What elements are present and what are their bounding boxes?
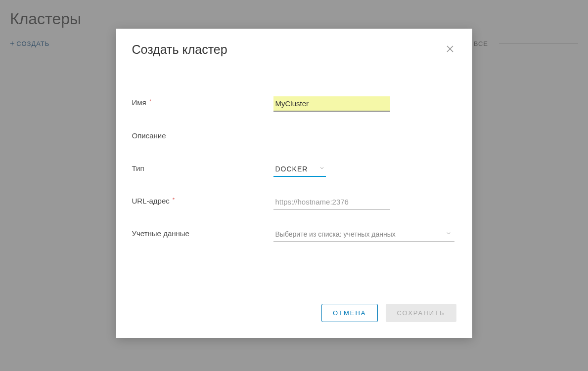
cancel-button[interactable]: ОТМЕНА <box>321 304 378 322</box>
description-input[interactable] <box>273 129 390 144</box>
name-label: Имя* <box>132 96 273 107</box>
modal-overlay: Создать кластер Имя* Описание <box>0 0 588 371</box>
credentials-label: Учетные данные <box>132 227 273 238</box>
modal-title: Создать кластер <box>132 42 227 57</box>
credentials-select[interactable]: Выберите из списка: учетных данных <box>273 227 454 242</box>
type-select[interactable]: DOCKER <box>273 162 326 177</box>
close-button[interactable] <box>444 42 456 57</box>
close-icon <box>446 44 454 55</box>
url-label: URL-адрес* <box>132 195 273 205</box>
description-label: Описание <box>132 129 273 140</box>
url-input[interactable] <box>273 195 390 209</box>
required-asterisk: * <box>173 197 175 203</box>
save-button[interactable]: СОХРАНИТЬ <box>386 304 456 322</box>
type-label: Тип <box>132 162 273 172</box>
name-input[interactable] <box>273 96 390 112</box>
required-asterisk: * <box>149 98 151 104</box>
create-cluster-modal: Создать кластер Имя* Описание <box>116 29 472 338</box>
